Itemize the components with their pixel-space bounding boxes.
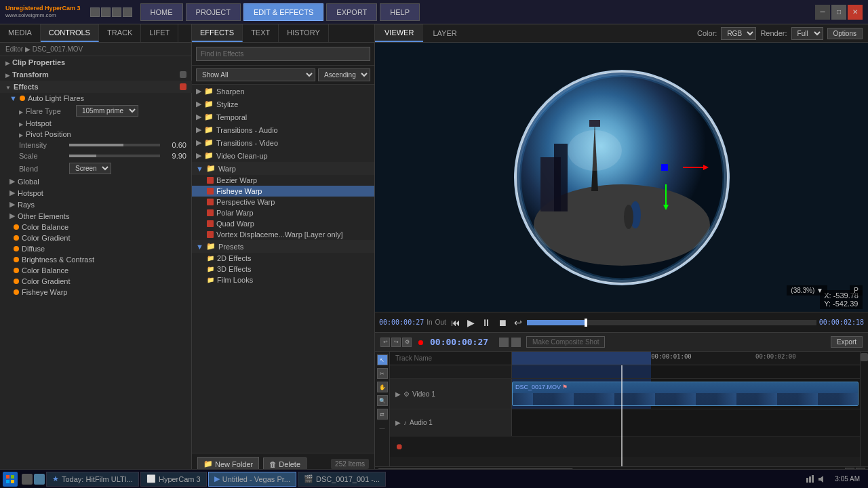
- tool-slip[interactable]: ⇄: [377, 409, 388, 420]
- edit-effects-button[interactable]: EDIT & EFFECTS: [243, 3, 323, 21]
- tab-effects[interactable]: EFFECTS: [192, 24, 243, 42]
- playback-scrubber[interactable]: [527, 320, 816, 325]
- tool-zoom[interactable]: 🔍: [377, 395, 388, 406]
- help-button[interactable]: HELP: [380, 3, 420, 21]
- timeline-tool-2[interactable]: ↪: [391, 338, 401, 347]
- effect-global[interactable]: ▶ Global: [0, 176, 192, 187]
- audio-1-expand[interactable]: ▶: [395, 419, 401, 426]
- taskbar-folder-icon[interactable]: [34, 474, 45, 485]
- blend-select[interactable]: Screen: [69, 163, 111, 174]
- scrub-handle[interactable]: [585, 319, 587, 327]
- effect-fisheye-warp[interactable]: Fisheye Warp: [0, 287, 192, 298]
- show-all-select[interactable]: Show All: [196, 68, 315, 81]
- video-clip[interactable]: DSC_0017.MOV ⚑: [512, 382, 859, 406]
- timeline-ruler[interactable]: 00:00:01:00 00:00:02:00: [512, 352, 860, 365]
- taskbar-hypercam[interactable]: ⬜ HyperCam 3: [140, 472, 207, 487]
- export-button[interactable]: EXPORT: [326, 3, 377, 21]
- category-temporal[interactable]: ▶ 📁 Temporal: [192, 110, 374, 123]
- make-composite-shot-button[interactable]: Make Composite Shot: [526, 336, 605, 348]
- category-transitions-audio[interactable]: ▶ 📁 Transitions - Audio: [192, 123, 374, 136]
- taskbar-hitfilm[interactable]: ★ Today: HitFilm ULTI...: [46, 472, 139, 487]
- effects-search-input[interactable]: [196, 47, 370, 61]
- scale-slider-track[interactable]: [69, 155, 160, 157]
- taskbar-ie-icon[interactable]: [22, 474, 33, 485]
- tab-controls[interactable]: CONTROLS: [41, 24, 99, 42]
- project-button[interactable]: PROJECT: [186, 3, 241, 21]
- effect-fisheye-warp-item[interactable]: Fisheye Warp: [192, 186, 374, 197]
- zoom-level[interactable]: (38.3%) ▼: [787, 285, 827, 296]
- play-button[interactable]: ▶: [465, 317, 477, 328]
- category-transitions-video[interactable]: ▶ 📁 Transitions - Video: [192, 136, 374, 149]
- prop-hotspot[interactable]: Hotspot: [0, 118, 192, 129]
- tool-razor[interactable]: ✂: [377, 368, 388, 379]
- tab-viewer[interactable]: VIEWER: [375, 24, 423, 42]
- sort-select[interactable]: Ascending: [318, 68, 370, 81]
- tab-lifet[interactable]: LIFET: [141, 24, 178, 42]
- go-to-start-button[interactable]: ⏮: [449, 317, 462, 328]
- start-button[interactable]: [3, 472, 18, 487]
- subcategory-film-looks[interactable]: 📁 Film Looks: [192, 274, 374, 285]
- category-stylize[interactable]: ▶ 📁 Stylize: [192, 98, 374, 110]
- effect-color-gradient-2[interactable]: Color Gradient: [0, 276, 192, 287]
- subcategory-3d-effects[interactable]: 📁 3D Effects: [192, 264, 374, 274]
- maximize-button[interactable]: □: [831, 5, 846, 20]
- loop-button[interactable]: ↩: [512, 317, 524, 328]
- toolbar-icon-2[interactable]: [101, 7, 111, 17]
- category-presets[interactable]: ▼ 📁 Presets: [192, 240, 374, 253]
- home-button[interactable]: HOME: [140, 3, 183, 21]
- tab-history[interactable]: HISTORY: [279, 24, 329, 42]
- flare-type-select[interactable]: 105mm prime: [76, 105, 138, 117]
- toolbar-icon-1[interactable]: [90, 7, 100, 17]
- pause-button[interactable]: ⏸: [479, 317, 493, 328]
- effect-brightness-contrast[interactable]: Brightness & Contrast: [0, 254, 192, 265]
- effect-diffuse[interactable]: Diffuse: [0, 243, 192, 254]
- intensity-slider-track[interactable]: [69, 144, 160, 146]
- effect-polar-warp[interactable]: Polar Warp: [192, 207, 374, 218]
- effect-rays[interactable]: ▶ Rays: [0, 199, 192, 210]
- timeline-tool-1[interactable]: ↩: [380, 338, 390, 347]
- taskbar-dsc[interactable]: 🎬 DSC_0017_001 -...: [298, 472, 386, 487]
- add-track-icon[interactable]: ⏺: [395, 442, 403, 451]
- effects-section-header[interactable]: Effects: [0, 81, 192, 93]
- tool-hand[interactable]: ✋: [377, 382, 388, 392]
- effect-other-elements[interactable]: ▶ Other Elements: [0, 210, 192, 222]
- category-warp[interactable]: ▼ 📁 Warp: [192, 162, 374, 175]
- minimize-button[interactable]: ─: [815, 5, 830, 20]
- category-sharpen[interactable]: ▶ 📁 Sharpen: [192, 85, 374, 98]
- timeline-export-button[interactable]: Export: [831, 336, 863, 348]
- tab-text[interactable]: TEXT: [243, 24, 279, 42]
- effect-color-balance-1[interactable]: Color Balance: [0, 222, 192, 232]
- tool-select[interactable]: ↖: [377, 354, 388, 365]
- effect-vortex-warp[interactable]: Vortex Displaceme...Warp [Layer only]: [192, 229, 374, 240]
- taskbar-vegas[interactable]: ▶ Untitled - Vegas Pr...: [208, 472, 296, 487]
- toolbar-icon-3[interactable]: [112, 7, 121, 17]
- timeline-vscroll[interactable]: [860, 352, 868, 466]
- color-mode-select[interactable]: RGB: [721, 27, 756, 40]
- stop-button[interactable]: ⏹: [496, 317, 509, 328]
- subcategory-2d-effects[interactable]: 📁 2D Effects: [192, 253, 374, 264]
- category-video-cleanup[interactable]: ▶ 📁 Video Clean-up: [192, 149, 374, 162]
- effect-color-balance-2[interactable]: Color Balance: [0, 265, 192, 276]
- vscroll-thumb[interactable]: [861, 353, 868, 361]
- effect-color-gradient-1[interactable]: Color Gradient: [0, 232, 192, 243]
- options-button[interactable]: Options: [827, 28, 863, 39]
- tab-track[interactable]: TRACK: [99, 24, 141, 42]
- video-1-expand[interactable]: ▶: [395, 390, 401, 398]
- effect-perspective-warp[interactable]: Perspective Warp: [192, 197, 374, 207]
- effect-auto-light-flares[interactable]: ▼ Auto Light Flares: [0, 93, 192, 104]
- effect-hotspot[interactable]: ▶ Hotspot: [0, 187, 192, 199]
- tab-layer[interactable]: LAYER: [423, 25, 466, 41]
- zoom-mode-icon[interactable]: P: [850, 285, 863, 296]
- effect-quad-warp[interactable]: Quad Warp: [192, 218, 374, 229]
- clip-properties-section[interactable]: Clip Properties: [0, 56, 192, 68]
- timeline-tool-3[interactable]: ⚙: [402, 338, 412, 347]
- tab-media[interactable]: MEDIA: [0, 24, 41, 42]
- audio-1-lane[interactable]: [512, 409, 860, 436]
- prop-pivot-position[interactable]: Pivot Position: [0, 129, 192, 140]
- close-button[interactable]: ✕: [848, 5, 863, 20]
- video-1-lane[interactable]: DSC_0017.MOV ⚑: [512, 379, 860, 409]
- toolbar-icon-4[interactable]: [123, 7, 132, 17]
- render-mode-select[interactable]: Full: [791, 27, 823, 40]
- transform-section[interactable]: Transform: [0, 68, 192, 81]
- effect-bezier-warp[interactable]: Bezier Warp: [192, 175, 374, 186]
